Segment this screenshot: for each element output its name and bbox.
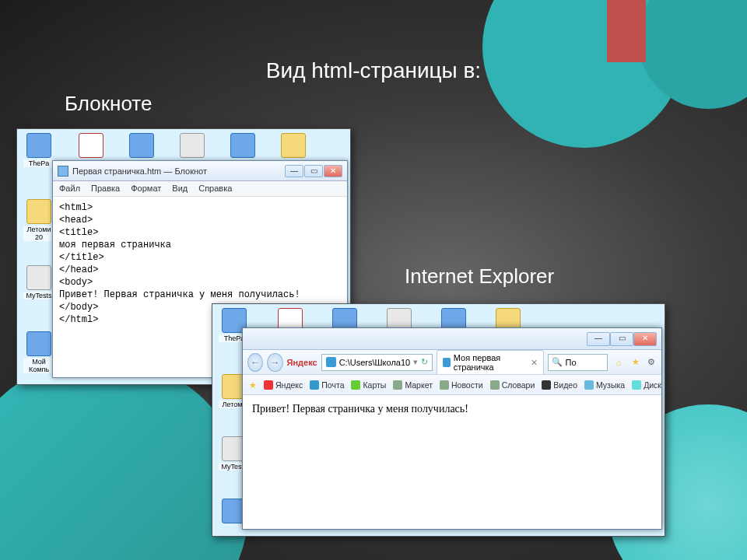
- refresh-icon[interactable]: ↻: [421, 357, 428, 367]
- maximize-button[interactable]: ▭: [610, 332, 633, 346]
- dropdown-icon[interactable]: ▾: [413, 357, 418, 367]
- fav-icon: [264, 380, 273, 390]
- fav-icon: [490, 380, 500, 390]
- fav-link[interactable]: Новости: [440, 380, 483, 390]
- tab-title: Моя первая страничка: [454, 353, 526, 372]
- fav-icon: [351, 380, 360, 390]
- forward-button[interactable]: →: [267, 353, 282, 372]
- address-text: C:\Users\Школа10: [339, 358, 411, 367]
- tab-close-icon[interactable]: ✕: [531, 358, 538, 368]
- yandex-logo[interactable]: Яндекс: [287, 358, 317, 367]
- fav-link[interactable]: Видео: [542, 380, 577, 390]
- fav-link[interactable]: Музыка: [584, 380, 625, 390]
- fav-link[interactable]: Диск: [632, 380, 661, 390]
- favorites-icon[interactable]: ★: [630, 357, 641, 367]
- fav-icon: [310, 380, 319, 390]
- tools-icon[interactable]: ⚙: [645, 357, 657, 367]
- fav-icon: [584, 380, 594, 390]
- back-button[interactable]: ←: [247, 353, 263, 372]
- desktop-icon[interactable]: ThePa: [23, 133, 54, 172]
- ie-favorites-bar: ★ Яндекс Почта Карты Маркет Новости Слов…: [243, 375, 661, 395]
- search-box[interactable]: 🔍 По: [548, 354, 607, 371]
- slide-title: Вид html-страницы в:: [0, 58, 747, 83]
- notepad-title-text: Первая страничка.htm — Блокнот: [72, 166, 207, 176]
- fav-icon: [542, 380, 551, 390]
- notepad-titlebar[interactable]: Первая страничка.htm — Блокнот — ▭ ✕: [53, 161, 347, 181]
- notepad-icon: [58, 166, 68, 177]
- menu-help[interactable]: Справка: [198, 184, 232, 194]
- ie-window: — ▭ ✕ ← → Яндекс C:\Users\Школа10 ▾ ↻ Мо…: [242, 327, 662, 530]
- fav-icon: [393, 380, 402, 390]
- ie-page-content: Привет! Первая страничка у меня получила…: [243, 395, 661, 423]
- menu-file[interactable]: Файл: [59, 184, 80, 194]
- minimize-button[interactable]: —: [587, 332, 610, 346]
- menu-view[interactable]: Вид: [172, 184, 188, 194]
- maximize-button[interactable]: ▭: [304, 165, 323, 177]
- notepad-menu: Файл Правка Формат Вид Справка: [53, 181, 347, 197]
- label-ie: Internet Explorer: [405, 264, 554, 289]
- close-button[interactable]: ✕: [324, 165, 342, 177]
- fav-link[interactable]: Карты: [351, 380, 386, 390]
- menu-format[interactable]: Формат: [131, 184, 161, 194]
- decor-red-bar: [607, 0, 646, 62]
- ie-favicon-icon: [443, 358, 451, 367]
- address-bar[interactable]: C:\Users\Школа10 ▾ ↻: [321, 354, 433, 371]
- desktop-icon[interactable]: Мой Компь: [23, 331, 54, 370]
- search-icon: 🔍: [552, 357, 563, 367]
- fav-icon: [632, 380, 641, 390]
- fav-link[interactable]: Словари: [490, 380, 535, 390]
- fav-link[interactable]: Почта: [310, 380, 344, 390]
- search-placeholder: По: [565, 358, 576, 367]
- ie-nav-bar: ← → Яндекс C:\Users\Школа10 ▾ ↻ Моя перв…: [243, 350, 661, 375]
- fav-icon: [440, 380, 449, 390]
- minimize-button[interactable]: —: [285, 165, 303, 177]
- label-notepad: Блокноте: [65, 92, 152, 116]
- menu-edit[interactable]: Правка: [91, 184, 120, 194]
- ie-tab[interactable]: Моя первая страничка ✕: [437, 350, 544, 374]
- home-icon[interactable]: ⌂: [612, 358, 626, 367]
- ie-titlebar[interactable]: — ▭ ✕: [243, 328, 661, 350]
- fav-link[interactable]: Маркет: [393, 380, 433, 390]
- close-button[interactable]: ✕: [633, 332, 657, 346]
- desktop-icon[interactable]: MyTests: [23, 265, 54, 304]
- screenshot-ie: ThePa Летоми MyTests — ▭ ✕ ← → Яндекс C:…: [212, 303, 665, 537]
- desktop-icon[interactable]: Летоми 20: [23, 199, 54, 238]
- star-icon[interactable]: ★: [249, 380, 257, 390]
- fav-link[interactable]: Яндекс: [264, 380, 303, 390]
- ie-favicon-icon: [326, 357, 336, 367]
